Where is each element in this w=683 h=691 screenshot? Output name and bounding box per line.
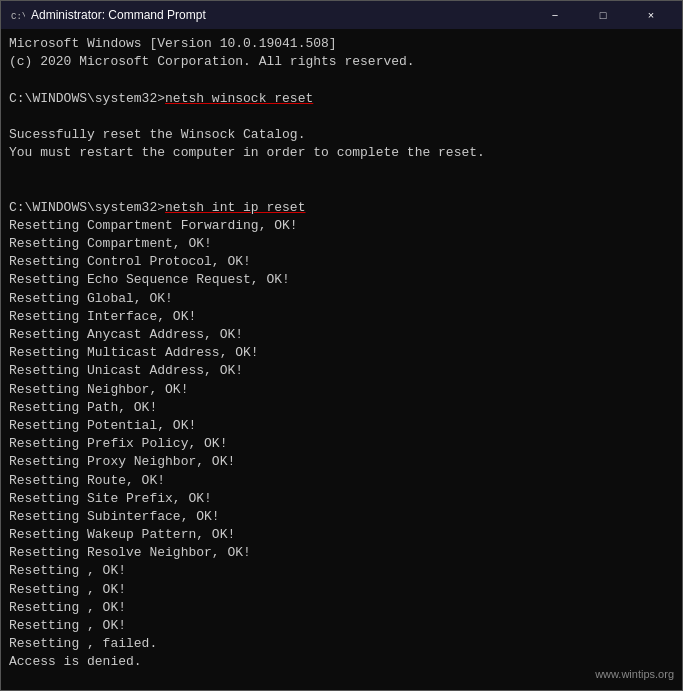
command-1: netsh winsock reset (165, 91, 313, 106)
cmd-window: C:\ Administrator: Command Prompt − □ × … (0, 0, 683, 691)
console-line (9, 108, 674, 126)
console-line (9, 181, 674, 199)
console-line: Resetting , OK! (9, 617, 674, 635)
console-line: Resetting Resolve Neighbor, OK! (9, 544, 674, 562)
console-line: Resetting Global, OK! (9, 290, 674, 308)
console-line (9, 71, 674, 89)
watermark: www.wintips.org (595, 667, 674, 682)
console-line: Resetting Echo Sequence Request, OK! (9, 271, 674, 289)
console-prompt-1: C:\WINDOWS\system32>netsh winsock reset (9, 90, 674, 108)
console-line: Resetting Compartment, OK! (9, 235, 674, 253)
minimize-button[interactable]: − (532, 5, 578, 25)
console-line: Resetting Wakeup Pattern, OK! (9, 526, 674, 544)
console-line: You must restart the computer in order t… (9, 144, 674, 162)
console-line (9, 672, 674, 690)
console-body[interactable]: Microsoft Windows [Version 10.0.19041.50… (1, 29, 682, 690)
console-line: Resetting Compartment Forwarding, OK! (9, 217, 674, 235)
console-line: Resetting Anycast Address, OK! (9, 326, 674, 344)
cmd-icon: C:\ (9, 7, 25, 23)
console-line: Microsoft Windows [Version 10.0.19041.50… (9, 35, 674, 53)
console-line (9, 162, 674, 180)
console-line: Resetting Control Protocol, OK! (9, 253, 674, 271)
console-line: Resetting Potential, OK! (9, 417, 674, 435)
title-bar-buttons: − □ × (532, 5, 674, 25)
console-line: Resetting Path, OK! (9, 399, 674, 417)
maximize-button[interactable]: □ (580, 5, 626, 25)
title-bar-text: Administrator: Command Prompt (31, 8, 526, 22)
console-line: Access is denied. (9, 653, 674, 671)
console-line: Resetting , OK! (9, 562, 674, 580)
console-line: Resetting Site Prefix, OK! (9, 490, 674, 508)
console-line: (c) 2020 Microsoft Corporation. All righ… (9, 53, 674, 71)
console-line: Resetting Multicast Address, OK! (9, 344, 674, 362)
close-button[interactable]: × (628, 5, 674, 25)
title-bar: C:\ Administrator: Command Prompt − □ × (1, 1, 682, 29)
console-line: Resetting , failed. (9, 635, 674, 653)
svg-text:C:\: C:\ (11, 12, 25, 22)
console-line: Resetting Unicast Address, OK! (9, 362, 674, 380)
console-line: Resetting Route, OK! (9, 472, 674, 490)
console-line: Resetting Subinterface, OK! (9, 508, 674, 526)
console-line: Resetting Proxy Neighbor, OK! (9, 453, 674, 471)
console-line: Resetting Neighbor, OK! (9, 381, 674, 399)
console-line: Sucessfully reset the Winsock Catalog. (9, 126, 674, 144)
console-line: Resetting Prefix Policy, OK! (9, 435, 674, 453)
console-line: Resetting Interface, OK! (9, 308, 674, 326)
command-2: netsh int ip reset (165, 200, 305, 215)
console-line: Resetting , OK! (9, 581, 674, 599)
console-line: Resetting , OK! (9, 599, 674, 617)
console-prompt-2: C:\WINDOWS\system32>netsh int ip reset (9, 199, 674, 217)
